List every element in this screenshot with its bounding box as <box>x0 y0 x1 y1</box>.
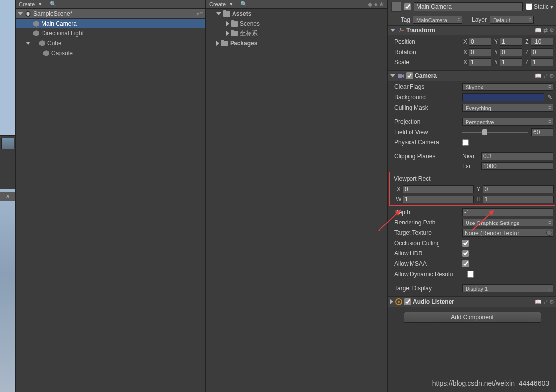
folder-icon <box>231 21 238 27</box>
project-create-button[interactable]: Create <box>209 1 226 7</box>
search-icon[interactable]: 🔍 <box>240 1 247 7</box>
viewport-y-input[interactable] <box>483 185 554 193</box>
foldout-icon[interactable] <box>390 29 395 32</box>
foldout-icon[interactable] <box>216 12 221 15</box>
allow-dynres-checkbox[interactable] <box>467 271 474 278</box>
projection-dropdown[interactable]: Perspective <box>462 118 553 126</box>
svg-marker-1 <box>27 11 30 16</box>
layer-dropdown[interactable]: Default <box>490 16 534 24</box>
fov-input[interactable] <box>531 128 553 136</box>
static-label: Static <box>534 3 549 10</box>
component-tools[interactable]: 📖 ⇄ ⚙ <box>535 73 554 79</box>
foldout-icon[interactable] <box>390 299 393 304</box>
camera-header[interactable]: Camera 📖 ⇄ ⚙ <box>388 71 556 81</box>
foldout-icon[interactable] <box>18 12 23 15</box>
rotation-x-input[interactable] <box>469 48 491 56</box>
position-y-input[interactable] <box>500 38 522 46</box>
transform-header[interactable]: Transform 📖 ⇄ ⚙ <box>388 26 556 35</box>
fov-slider[interactable] <box>462 132 528 133</box>
clipping-planes-label: Clipping Planes <box>391 153 460 160</box>
project-create-dropdown-icon[interactable]: ▾ <box>230 1 233 7</box>
allow-hdr-checkbox[interactable] <box>462 250 469 257</box>
project-item-label: Packages <box>230 40 257 47</box>
target-texture-label: Target Texture <box>391 229 460 236</box>
background-color-field[interactable] <box>462 93 544 101</box>
panel-menu-icon[interactable]: ▾≡ <box>196 10 203 17</box>
allow-msaa-checkbox[interactable] <box>462 260 469 267</box>
layer-label: Layer <box>465 16 487 23</box>
gameobject-name-input[interactable] <box>414 2 523 11</box>
foldout-icon[interactable] <box>26 42 30 45</box>
projection-label: Projection <box>391 118 460 125</box>
target-display-label: Target Display <box>391 285 460 292</box>
transform-title: Transform <box>406 27 435 34</box>
rotation-y-input[interactable] <box>500 48 522 56</box>
foldout-icon[interactable] <box>390 74 395 77</box>
project-toolbar-icons[interactable]: ◆ ● ★ <box>368 1 384 8</box>
depth-input[interactable] <box>462 208 553 216</box>
clip-near-input[interactable] <box>481 152 553 160</box>
left-tab[interactable]: s <box>0 192 16 201</box>
transform-component: Transform 📖 ⇄ ⚙ Position X Y Z Rotation … <box>388 26 556 71</box>
slider-thumb[interactable] <box>482 129 487 135</box>
foldout-icon[interactable] <box>226 31 229 36</box>
background-label: Background <box>391 94 460 101</box>
hierarchy-item-capsule[interactable]: Capsule <box>16 48 205 58</box>
physical-camera-checkbox[interactable] <box>462 139 469 146</box>
gameobject-active-checkbox[interactable] <box>404 3 411 10</box>
add-component-button[interactable]: Add Component <box>404 312 541 323</box>
camera-enabled-checkbox[interactable] <box>406 72 413 79</box>
clear-flags-dropdown[interactable]: Skybox <box>462 83 553 91</box>
hierarchy-create-button[interactable]: Create <box>19 1 35 7</box>
gameobject-icon <box>43 50 49 56</box>
scale-y-input[interactable] <box>500 58 522 66</box>
viewport-h-input[interactable] <box>483 196 554 203</box>
position-x-input[interactable] <box>469 38 491 46</box>
foldout-icon[interactable] <box>226 21 229 26</box>
hierarchy-panel: Create ▾ 🔍 SampleScene* ▾≡ Main Camera D… <box>16 0 206 392</box>
hierarchy-item-cube[interactable]: Cube <box>16 38 205 48</box>
camera-icon <box>397 72 404 79</box>
rotation-label: Rotation <box>391 49 460 56</box>
project-item-assets[interactable]: Assets <box>206 9 387 19</box>
static-toggle[interactable]: Static ▾ <box>526 3 553 10</box>
scene-row[interactable]: SampleScene* ▾≡ <box>16 9 205 19</box>
search-icon[interactable]: 🔍 <box>50 1 57 7</box>
object-picker-icon[interactable] <box>546 230 552 236</box>
project-item-scenes[interactable]: Scenes <box>206 19 387 28</box>
viewport-x-input[interactable] <box>403 185 474 193</box>
viewport-w-input[interactable] <box>403 196 474 203</box>
project-item-packages[interactable]: Packages <box>206 38 387 48</box>
audio-listener-header[interactable]: Audio Listener 📖 ⇄ ⚙ <box>388 297 556 307</box>
rendering-path-label: Rendering Path <box>391 219 460 226</box>
target-texture-field[interactable]: None (Render Textur <box>462 229 553 237</box>
scale-x-input[interactable] <box>469 58 491 66</box>
scale-z-input[interactable] <box>531 58 553 66</box>
axis-z-label: Z <box>524 38 530 45</box>
viewport-rect-label: Viewport Rect <box>391 175 460 182</box>
foldout-icon[interactable] <box>216 41 219 46</box>
component-tools[interactable]: 📖 ⇄ ⚙ <box>535 28 554 34</box>
hierarchy-item-directional-light[interactable]: Directional Light <box>16 28 205 38</box>
tag-dropdown[interactable]: MainCamera <box>413 16 462 24</box>
hierarchy-item-label: Main Camera <box>41 20 77 27</box>
camera-title: Camera <box>415 72 437 79</box>
target-display-dropdown[interactable]: Display 1 <box>462 284 553 292</box>
eyedropper-icon[interactable]: ✎ <box>546 94 553 101</box>
gameobject-icon <box>33 21 39 27</box>
culling-mask-dropdown[interactable]: Everything <box>462 104 553 112</box>
position-z-input[interactable] <box>531 38 553 46</box>
hierarchy-item-main-camera[interactable]: Main Camera <box>16 19 205 28</box>
rendering-path-dropdown[interactable]: Use Graphics Settings <box>462 219 553 226</box>
component-tools[interactable]: 📖 ⇄ ⚙ <box>535 299 554 305</box>
audio-listener-enabled-checkbox[interactable] <box>404 298 411 305</box>
gameobject-icon[interactable] <box>391 2 401 12</box>
static-checkbox[interactable] <box>526 3 532 10</box>
folder-icon <box>231 31 238 36</box>
occlusion-culling-checkbox[interactable] <box>462 240 469 247</box>
hierarchy-create-dropdown-icon[interactable]: ▾ <box>39 1 42 7</box>
clip-far-input[interactable] <box>481 162 553 170</box>
project-item-coords[interactable]: 坐标系 <box>206 28 387 38</box>
gameobject-icon <box>39 40 45 46</box>
rotation-z-input[interactable] <box>531 48 553 56</box>
